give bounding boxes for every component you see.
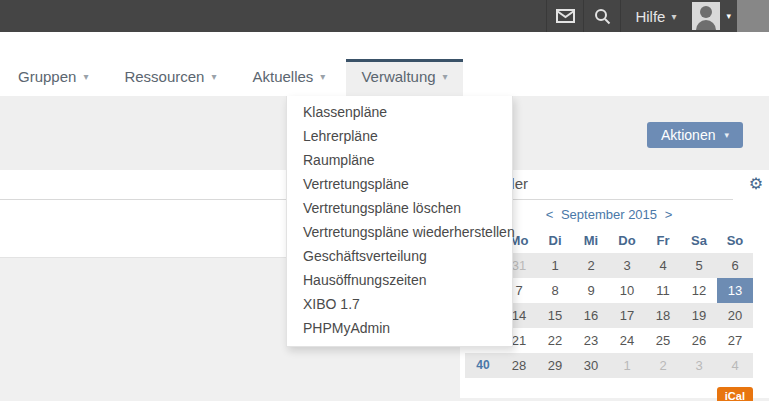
nav-item-aktuelles[interactable]: Aktuelles▾ [237,59,340,96]
calendar-day[interactable]: 4 [645,253,681,278]
next-month-button[interactable]: > [661,207,677,222]
day-header: Sa [681,229,717,253]
verwaltung-dropdown-menu: KlassenpläneLehrerpläneRaumpläneVertretu… [286,96,513,347]
chevron-down-icon: ▾ [443,68,448,86]
ical-button[interactable]: iCal [717,387,753,401]
calendar-day[interactable]: 16 [573,303,609,328]
avatar-silhouette [696,20,716,30]
chevron-down-icon: ▾ [724,130,729,140]
dropdown-item[interactable]: Geschäftsverteilung [287,244,512,268]
calendar-day[interactable]: 17 [609,303,645,328]
day-header: Mi [573,229,609,253]
search-button[interactable] [584,0,620,32]
dropdown-item[interactable]: Lehrerpläne [287,124,512,148]
day-header: Do [609,229,645,253]
calendar-day[interactable]: 9 [573,278,609,303]
calendar-day[interactable]: 26 [681,328,717,353]
calendar-day[interactable]: 8 [537,278,573,303]
calendar-day[interactable]: 29 [537,353,573,378]
calendar-day[interactable]: 1 [537,253,573,278]
calendar-day[interactable]: 3 [681,353,717,378]
chevron-down-icon: ▾ [211,68,216,86]
calendar-day[interactable]: 24 [609,328,645,353]
ical-row: iCal [465,386,753,401]
calendar-day[interactable]: 19 [681,303,717,328]
calendar-week-number: 40 [465,353,501,378]
calendar-day[interactable]: 20 [717,303,753,328]
nav-item-label: Gruppen [18,68,76,86]
help-menu[interactable]: Hilfe ▾ [621,0,688,32]
dropdown-item[interactable]: Klassenpläne [287,100,512,124]
dropdown-item[interactable]: PHPMyAdmin [287,316,512,340]
calendar-day-selected[interactable]: 13 [717,278,753,303]
calendar-day[interactable]: 4 [717,353,753,378]
calendar-day[interactable]: 2 [645,353,681,378]
calendar-day[interactable]: 10 [609,278,645,303]
calendar-week-row: 402829301234 [465,353,753,378]
calendar-day[interactable]: 11 [645,278,681,303]
actions-button-label: Aktionen [661,127,715,143]
dropdown-item[interactable]: XIBO 1.7 [287,292,512,316]
dropdown-item[interactable]: Raumpläne [287,148,512,172]
dropdown-item[interactable]: Vertretungspläne wiederherstellen [287,220,512,244]
calendar-day[interactable]: 3 [609,253,645,278]
calendar-day[interactable]: 23 [573,328,609,353]
calendar-day[interactable]: 25 [645,328,681,353]
calendar-day[interactable]: 6 [717,253,753,278]
calendar-day[interactable]: 12 [681,278,717,303]
chevron-down-icon: ▾ [671,11,676,22]
chevron-down-icon: ▾ [83,68,88,86]
mail-button[interactable] [547,0,583,32]
calendar-day[interactable]: 1 [609,353,645,378]
calendar-day[interactable]: 22 [537,328,573,353]
help-label: Hilfe [635,8,665,25]
calendar-day[interactable]: 2 [573,253,609,278]
dropdown-item[interactable]: Vertretungspläne [287,172,512,196]
dropdown-item[interactable]: Vertretungspläne löschen [287,196,512,220]
gear-icon[interactable]: ⚙ [749,174,763,194]
nav-item-label: Ressourcen [124,68,204,86]
mail-icon [556,9,575,23]
calendar-day[interactable]: 18 [645,303,681,328]
calendar-day[interactable]: 5 [681,253,717,278]
user-menu-chevron-down-icon[interactable]: ▾ [726,11,731,21]
prev-month-button[interactable]: < [542,207,558,222]
chevron-down-icon: ▾ [320,68,325,86]
calendar-day[interactable]: 30 [573,353,609,378]
topbar-corner-block [737,0,769,32]
avatar-silhouette [700,6,712,18]
nav-item-gruppen[interactable]: Gruppen▾ [3,59,103,96]
day-header: So [717,229,753,253]
main-nav: Gruppen▾Ressourcen▾Aktuelles▾Verwaltung▾ [0,32,769,96]
avatar[interactable] [692,2,720,30]
calendar-day[interactable]: 15 [537,303,573,328]
topbar: Hilfe ▾ ▾ [0,0,769,32]
actions-button[interactable]: Aktionen ▾ [647,122,743,148]
nav-item-ressourcen[interactable]: Ressourcen▾ [109,59,231,96]
search-icon [594,8,611,25]
nav-item-label: Verwaltung [361,68,435,86]
nav-item-verwaltung[interactable]: Verwaltung▾ [346,59,462,96]
nav-item-label: Aktuelles [252,68,313,86]
dropdown-item[interactable]: Hausöffnungszeiten [287,268,512,292]
month-label: September 2015 [561,207,657,222]
day-header: Di [537,229,573,253]
calendar-day[interactable]: 28 [501,353,537,378]
day-header: Fr [645,229,681,253]
calendar-day[interactable]: 27 [717,328,753,353]
